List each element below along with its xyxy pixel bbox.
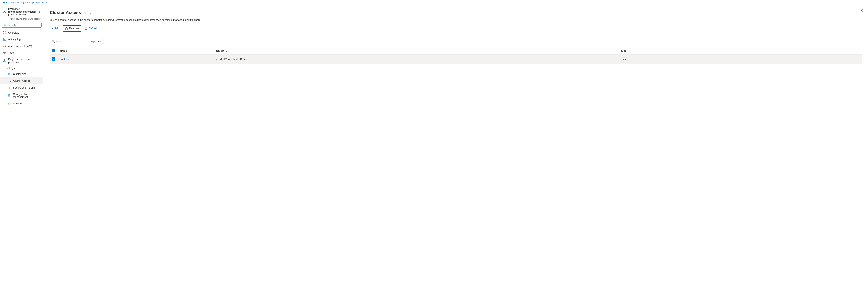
row-actions-cell: ··· [738,55,862,63]
sidebar-item-config-mgmt[interactable]: Configuration Management [0,91,43,100]
search-icon: 🔍 [52,40,55,43]
svg-rect-8 [3,33,4,34]
collapse-sidebar-button[interactable]: « [38,10,41,14]
row-name-link[interactable]: contoso [60,58,69,61]
sidebar-search-icon: 🔍 [3,24,6,27]
sidebar-item-tags[interactable]: Tags [0,49,43,56]
svg-point-5 [5,12,6,13]
sidebar-nav: Overview Activity log [0,29,43,107]
tags-icon [3,51,6,55]
svg-rect-22 [9,74,10,75]
remove-label: Remove [69,27,79,30]
sidebar-item-cluster-access[interactable]: Cluster Access [0,77,43,84]
svg-rect-28 [8,94,10,95]
filter-row: 🔍 Type : All [50,39,862,44]
svg-rect-38 [66,27,67,28]
svg-rect-19 [8,72,9,73]
sidebar-item-cluster-size[interactable]: Cluster size [0,70,43,77]
breadcrumb-home[interactable]: Home [3,1,9,4]
settings-chevron-icon: ▼ [2,67,4,69]
table-header: ✓ Name Object ID Type [50,47,862,55]
cluster-icon [2,9,7,15]
col-actions-header [738,47,862,55]
page-description: You can control access to the cluster en… [50,18,227,21]
sidebar-title: mycluster (contosopool/mycluster) | Clus… [8,8,36,16]
diagnose-icon [3,59,6,62]
overview-icon [3,31,6,34]
sidebar-item-overview-label: Overview [8,31,19,34]
page-title-row: Cluster Access ☆ ··· [50,10,862,17]
remove-button[interactable]: Remove [63,25,81,32]
add-button[interactable]: + Add [50,26,61,31]
row-checkbox[interactable]: ✓ [52,57,55,61]
main-layout: mycluster (contosopool/mycluster) | Clus… [0,5,868,295]
sidebar-subtitle: Azure HDInsight on AKS cluster [0,18,43,22]
sidebar: mycluster (contosopool/mycluster) | Clus… [0,5,43,295]
svg-point-16 [4,52,4,52]
sidebar-item-diagnose[interactable]: Diagnose and solve problems [0,56,43,65]
svg-rect-7 [5,31,6,32]
add-label: Add [55,27,59,30]
svg-rect-29 [8,95,10,96]
breadcrumb-cluster[interactable]: mycluster (contosopool/mycluster) [12,1,48,4]
search-input[interactable] [56,40,89,43]
row-type-cell: User [618,55,738,63]
header-title: mycluster (contosopool/mycluster) | Clus… [8,8,36,16]
sidebar-search-input[interactable] [7,24,41,27]
svg-rect-21 [8,74,9,75]
col-type-label: Type [621,49,626,52]
row-more-button[interactable]: ··· [741,57,747,62]
sidebar-item-config-label: Configuration Management [13,92,41,98]
table-body: ✓ contoso abcde-12345-abcde-12345 User ·… [50,55,862,63]
select-all-checkbox[interactable]: ✓ [52,49,55,53]
sidebar-item-diagnose-label: Diagnose and solve problems [8,58,41,63]
svg-rect-20 [9,72,10,73]
sidebar-item-services[interactable]: Services [0,100,43,107]
data-table: ✓ Name Object ID Type [50,47,862,64]
row-objectid-cell: abcde-12345-abcde-12345 [214,55,618,63]
sidebar-item-cluster-access-label: Cluster Access [13,79,30,82]
breadcrumb-sep1: > [10,1,12,4]
clustersize-icon [7,72,11,76]
svg-point-4 [3,12,4,13]
toolbar: + Add Remove [50,25,862,32]
settings-section-label: Settings [5,67,15,70]
svg-point-23 [9,80,10,81]
settings-section-header[interactable]: ▼ Settings [0,65,43,70]
sidebar-item-services-label: Services [13,102,23,105]
sidebar-item-overview[interactable]: Overview [0,29,43,36]
iam-icon [3,44,6,48]
row-name-cell: contoso [58,55,214,63]
sidebar-search-box: 🔍 [2,23,42,28]
svg-rect-30 [8,96,10,97]
type-filter-label: Type : All [91,40,101,43]
ssh-icon [7,86,11,89]
sidebar-item-secure-shell[interactable]: Secure shell (SSH) [0,84,43,91]
svg-rect-10 [3,38,6,40]
breadcrumb: Home > mycluster (contosopool/mycluster) [0,0,868,5]
checkbox-check-icon: ✓ [53,50,55,52]
activity-icon [3,37,6,41]
search-box: 🔍 [50,39,85,44]
refresh-label: Refresh [89,27,98,30]
type-filter[interactable]: Type : All [88,39,104,44]
page-title: Cluster Access [50,10,81,15]
close-button[interactable]: ✕ [860,8,863,13]
svg-rect-6 [3,31,4,32]
remove-icon [65,27,68,30]
svg-point-31 [8,104,9,105]
svg-rect-9 [5,33,6,34]
svg-point-27 [9,88,9,88]
row-checkbox-check-icon: ✓ [53,58,55,60]
app-container: Home > mycluster (contosopool/mycluster) [0,0,868,295]
sidebar-item-iam-label: Access control (IAM) [8,45,32,48]
sidebar-item-cluster-size-label: Cluster size [13,72,26,76]
favorite-button[interactable]: ☆ [83,12,86,16]
refresh-button[interactable]: Refresh [83,26,100,31]
svg-point-18 [4,61,5,62]
sidebar-item-activity-log[interactable]: Activity log [0,36,43,42]
sidebar-item-iam[interactable]: Access control (IAM) [0,42,43,49]
more-options-button[interactable]: ··· [88,12,91,15]
table-header-row: ✓ Name Object ID Type [50,47,862,55]
select-all-header: ✓ [50,47,58,55]
